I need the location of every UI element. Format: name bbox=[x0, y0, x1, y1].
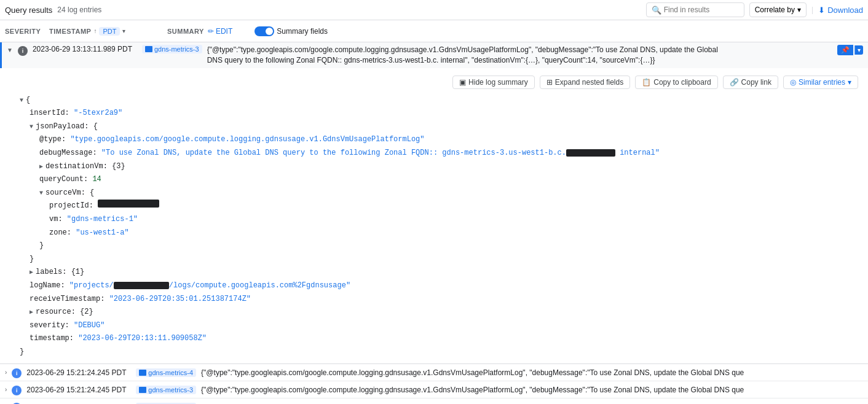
chevron-right-icon: › bbox=[5, 386, 7, 393]
main-content: ▼ i 2023-06-29 13:13:11.989 PDT gdns-met… bbox=[0, 42, 868, 404]
collapsed-log-entry[interactable]: › i 2023-06-29 15:21:24.245 PDT gdns-met… bbox=[0, 364, 868, 381]
json-tree: ▼ { insertId: "-5texr2a9" ▼ jsonPayload:… bbox=[20, 94, 858, 359]
json-query-count: queryCount: 14 bbox=[20, 173, 858, 187]
json-payload-header: ▼ jsonPayload: { bbox=[20, 120, 858, 134]
json-vm: vm: "gdns-metrics-1" bbox=[20, 213, 858, 227]
timestamp-column-header[interactable]: TIMESTAMP ↑ PDT ▾ bbox=[49, 27, 160, 36]
divider: | bbox=[811, 6, 813, 14]
redacted-project-id bbox=[98, 200, 159, 208]
download-icon: ⬇ bbox=[818, 6, 825, 15]
redacted-hostname bbox=[566, 149, 615, 157]
open-brace: { bbox=[26, 94, 30, 107]
entry-resource-name: gdns-metrics-4 bbox=[148, 369, 193, 376]
insert-id-val: "-5texr2a9" bbox=[74, 107, 122, 120]
receive-timestamp-key: receiveTimestamp: bbox=[30, 293, 105, 306]
query-count-key: queryCount: bbox=[39, 173, 88, 187]
severity-val: "DEBUG" bbox=[74, 319, 105, 333]
json-payload-open: { bbox=[93, 120, 98, 134]
pin-button[interactable]: 📌 bbox=[837, 45, 853, 55]
vm-val: "gdns-metrics-1" bbox=[67, 213, 138, 227]
vm-key: vm: bbox=[49, 213, 63, 227]
json-debug-message: debugMessage: "To use Zonal DNS, update … bbox=[20, 147, 858, 160]
summary-fields-toggle[interactable]: Summary fields bbox=[254, 26, 328, 36]
json-source-vm-header: ▼ sourceVm: { bbox=[20, 187, 858, 200]
toggle-on-icon[interactable] bbox=[254, 26, 274, 36]
json-severity: severity: "DEBUG" bbox=[20, 319, 858, 333]
find-in-results-box[interactable]: 🔍 bbox=[646, 2, 744, 17]
pencil-icon: ✏ bbox=[208, 27, 214, 36]
expand-resource-icon[interactable]: ▶ bbox=[30, 307, 33, 318]
correlate-button[interactable]: Correlate by ▾ bbox=[749, 2, 807, 17]
project-id-key: projectId: bbox=[49, 200, 93, 213]
timestamp-key: timestamp: bbox=[30, 332, 74, 346]
expand-labels-icon[interactable]: ▶ bbox=[30, 267, 33, 278]
expand-payload-icon[interactable]: ▼ bbox=[30, 122, 33, 133]
similar-entries-button[interactable]: ◎ Similar entries ▾ bbox=[783, 76, 858, 89]
find-input[interactable] bbox=[664, 6, 738, 14]
debug-message-key: debugMessage: bbox=[39, 147, 97, 160]
resource-icon bbox=[139, 387, 146, 393]
collapsed-log-entry[interactable]: › i 2023-06-29 17:57:26.716 PDT gdns-met… bbox=[0, 398, 868, 404]
download-label: Download bbox=[827, 6, 863, 15]
log-name-val: "projects//logs/compute.googleapis.com%2… bbox=[69, 279, 350, 293]
search-icon: 🔍 bbox=[652, 6, 661, 15]
toolbar-right: 🔍 Correlate by ▾ | ⬇ Download bbox=[646, 2, 863, 17]
insert-id-key: insertId: bbox=[30, 107, 69, 120]
severity-column-header: SEVERITY bbox=[5, 28, 42, 35]
destination-vm-key: destinationVm: bbox=[45, 160, 108, 174]
resource-icon bbox=[139, 370, 146, 376]
hide-icon: ▣ bbox=[459, 78, 466, 87]
edit-button[interactable]: ✏ EDIT bbox=[208, 27, 232, 36]
source-vm-key: sourceVm: bbox=[45, 187, 85, 200]
summary-label: SUMMARY bbox=[167, 28, 204, 35]
pin-dropdown-button[interactable]: ▾ bbox=[854, 45, 863, 55]
summary-fields-label: Summary fields bbox=[277, 27, 328, 36]
entry-timestamp: 2023-06-29 15:21:24.245 PDT bbox=[26, 386, 131, 394]
json-open-brace: ▼ { bbox=[20, 94, 858, 107]
pdt-badge[interactable]: PDT bbox=[99, 27, 120, 36]
source-vm-open: { bbox=[90, 187, 94, 200]
copy-to-clipboard-button[interactable]: 📋 Copy to clipboard bbox=[635, 76, 717, 89]
chevron-down-icon: ▾ bbox=[797, 6, 801, 14]
at-type-key: @type: bbox=[39, 133, 66, 147]
expand-nested-button[interactable]: ⊞ Expand nested fields bbox=[540, 76, 630, 89]
expand-destination-icon[interactable]: ▶ bbox=[39, 161, 43, 173]
entry-summary: {"@type":"type.googleapis.com/google.com… bbox=[201, 368, 863, 377]
pin-action-group: 📌 ▾ bbox=[837, 45, 863, 55]
expanded-log-entry: ▼ i 2023-06-29 13:13:11.989 PDT gdns-met… bbox=[0, 42, 868, 364]
receive-timestamp-val: "2023-06-29T20:35:01.251387174Z" bbox=[109, 293, 251, 306]
severity-badge-info: i bbox=[12, 368, 22, 378]
chevron-down-icon: ▾ bbox=[848, 78, 851, 87]
summary-line2: DNS query to the following Zonal FQDN:: … bbox=[207, 55, 832, 66]
hide-log-summary-button[interactable]: ▣ Hide log summary bbox=[452, 76, 535, 89]
summary-column-header: SUMMARY ✏ EDIT Summary fields bbox=[167, 26, 328, 36]
expand-root-icon[interactable]: ▼ bbox=[20, 95, 23, 106]
close-brace: } bbox=[20, 346, 24, 359]
entry-resource-name: gdns-metrics-3 bbox=[148, 386, 193, 394]
expand-nested-icon: ⊞ bbox=[546, 78, 553, 87]
collapse-icon[interactable]: ▼ bbox=[7, 47, 13, 53]
expand-source-vm-icon[interactable]: ▼ bbox=[39, 188, 43, 199]
expanded-resource-badge: gdns-metrics-3 bbox=[142, 45, 202, 53]
json-destination-vm: ▶ destinationVm: {3} bbox=[20, 160, 858, 174]
severity-key: severity: bbox=[30, 319, 69, 333]
resource-icon bbox=[145, 46, 152, 52]
destination-vm-val: {3} bbox=[112, 160, 125, 174]
at-type-val: "type.googleapis.com/google.compute.logg… bbox=[70, 133, 424, 147]
log-name-key: logName: bbox=[30, 279, 65, 293]
similar-icon: ◎ bbox=[790, 78, 796, 87]
log-entries-count: 24 log entries bbox=[57, 6, 101, 14]
link-icon: 🔗 bbox=[730, 78, 739, 87]
download-button[interactable]: ⬇ Download bbox=[818, 6, 863, 15]
entry-timestamp: 2023-06-29 15:21:24.245 PDT bbox=[26, 368, 131, 377]
source-vm-close: } bbox=[39, 239, 44, 253]
collapsed-log-entry[interactable]: › i 2023-06-29 15:21:24.245 PDT gdns-met… bbox=[0, 381, 868, 398]
expanded-timestamp: 2023-06-29 13:13:11.989 PDT bbox=[33, 45, 137, 53]
timestamp-label: TIMESTAMP bbox=[49, 28, 91, 35]
log-detail: ▣ Hide log summary ⊞ Expand nested field… bbox=[0, 68, 868, 364]
expanded-resource-name: gdns-metrics-3 bbox=[154, 45, 199, 53]
copy-link-button[interactable]: 🔗 Copy link bbox=[723, 76, 778, 89]
main-toolbar: Query results 24 log entries 🔍 Correlate… bbox=[0, 0, 868, 20]
json-at-type: @type: "type.googleapis.com/google.compu… bbox=[20, 133, 858, 147]
json-timestamp: timestamp: "2023-06-29T20:13:11.909058Z" bbox=[20, 332, 858, 346]
